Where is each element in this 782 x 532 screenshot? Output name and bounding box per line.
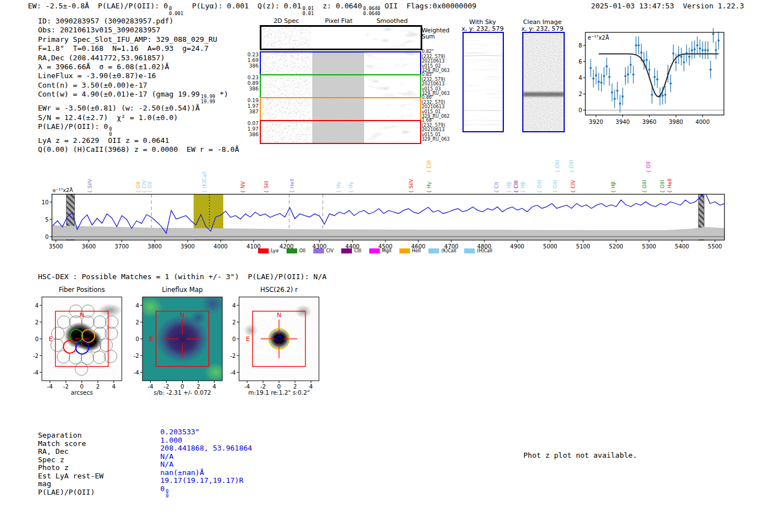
text: -4 <box>230 370 236 376</box>
info-line-2: Primary Spec_Slot_IFU_AMP: 329_088_029_R… <box>38 35 239 44</box>
circle <box>651 94 653 96</box>
legend-label: CIV <box>326 248 333 253</box>
stack-bottom: 0.0640 <box>363 11 380 16</box>
spec2d-row-right-labels: 0.85"(232, 579)20210613v015_03329_RU_063 <box>422 73 450 97</box>
noise-texture <box>464 33 503 131</box>
text-segment: *) <box>215 90 228 98</box>
circle <box>694 49 696 51</box>
match-value: 19.17(19.17,19.17)R <box>160 476 244 485</box>
text: 4 <box>579 75 582 81</box>
legend-item-CIII: CIII <box>341 248 361 253</box>
hsc_r-overlay-svg: -4-2024420-2-4NE <box>221 286 338 395</box>
legend-item-CIV: CIV <box>313 248 333 253</box>
match-row-p-lae--p-oii-: P(LAE)/P(OII)000 <box>38 488 295 496</box>
hsc-dex-header: HSC-DEX : Possible Matches = 1 (within +… <box>38 272 327 281</box>
circle <box>707 49 709 51</box>
text-segment: Obs: 20210613v015_3090283957 <box>38 26 160 34</box>
text-segment: 0 <box>160 485 165 493</box>
circle <box>605 65 608 68</box>
circle <box>105 327 118 340</box>
info-line-0: ID: 3090283957 (3090283957.pdf) <box>38 17 239 26</box>
text-segment: z: 0.0640 <box>314 2 362 10</box>
text: 3920 <box>589 119 603 124</box>
text: 4 <box>136 303 139 309</box>
text-segment: Cont(w) = 4.90(±0.01)e-17 (gmag 19.99 <box>38 90 200 98</box>
polygon <box>52 226 724 240</box>
match-value: 000 <box>160 485 169 493</box>
text-segment: RA,Dec (208.441772,53.961857) <box>38 54 165 62</box>
rect <box>142 297 222 381</box>
circle <box>632 74 635 76</box>
info-line-6: LineFlux = -3.90(±0.87)e-16 <box>38 71 239 80</box>
text-segment: ID: 3090283957 (3090283957.pdf) <box>38 17 174 25</box>
info-line-12: LyA z = 2.2629 OII z = 0.0641 <box>38 136 239 145</box>
spec2d-strip-smooth <box>366 98 417 120</box>
circle <box>590 67 592 69</box>
spec2d-strip-noisy <box>261 52 311 74</box>
noise-texture <box>312 121 364 143</box>
noise-texture <box>366 75 417 97</box>
left-label: 386 <box>247 86 259 92</box>
legend-swatch <box>341 248 352 253</box>
spec2d-strip-smooth <box>366 52 417 74</box>
spec2d-strip-noisy <box>261 121 311 143</box>
circle <box>64 341 77 353</box>
weighted-sum-label: WeightedSum <box>422 27 450 40</box>
circle <box>696 44 698 46</box>
circle <box>51 339 64 352</box>
text: 5300 <box>642 243 656 250</box>
left-label: 386 <box>247 132 259 137</box>
text: 2 <box>232 319 236 325</box>
circle <box>688 56 690 58</box>
match-value: N/A <box>160 452 173 461</box>
noise-texture <box>261 121 311 143</box>
line-legend: LyαOIICIVCIIIMgIIHeII(K)CaII(H)CaII <box>258 248 492 253</box>
text: 4000 <box>695 119 709 124</box>
legend-item-HeII: HeII <box>399 248 421 253</box>
info-line-5: λ = 3966.66Å σ = 6.08(±1.02)Å <box>38 63 239 71</box>
header-datetime-version: 2025-01-03 13:47:53 Version 1.22.3 <box>591 2 744 10</box>
legend-swatch <box>399 248 410 253</box>
clean-dark-band <box>523 92 564 97</box>
text: 0 <box>232 336 236 342</box>
legend-label: MgII <box>382 248 392 253</box>
info-line-8: Cont(w) = 4.90(±0.01)e-17 (gmag 19.9919.… <box>38 90 239 104</box>
text-segment: Primary Spec_Slot_IFU_AMP: 329_088_029_R… <box>38 35 217 44</box>
circle <box>624 75 627 77</box>
text: 5 <box>45 217 49 223</box>
text-segment: OII Flags:0x00000009 <box>380 2 476 10</box>
legend-label: Lyα <box>271 248 279 253</box>
full-spectrum-svg: 3500360037003800390040004100420043004400… <box>34 167 754 257</box>
legend-swatch <box>428 248 439 253</box>
spec2d-strip-smooth <box>366 75 417 97</box>
text-segment: P(LAE)/P(OII): 0 <box>38 122 108 131</box>
circle <box>683 61 685 64</box>
text: 3500 <box>49 243 63 250</box>
stacked-fraction: 0.06400.0640 <box>363 6 380 16</box>
text: E <box>246 336 250 343</box>
spec2d-panel: 2D SpecPixel FlatSmoothedWeightedSum0.23… <box>247 17 449 146</box>
circle <box>94 327 107 340</box>
match-value: 0.203533" <box>160 428 199 436</box>
text: 4000 <box>213 243 227 250</box>
panel-xlabel-fiber: arcsecs <box>34 389 130 396</box>
fiber-overlay-svg: -4-2024420-2-4NE <box>24 286 141 395</box>
stacked-fraction: 00 <box>109 127 112 136</box>
noise-texture <box>366 121 417 143</box>
match-label: Match score <box>38 439 160 448</box>
text: -4 <box>133 370 139 376</box>
spec2d-row <box>260 25 422 50</box>
stacked-fraction: 0.010.01 <box>302 6 313 16</box>
text: 4 <box>35 303 39 309</box>
spec2d-strip-noisy <box>261 98 311 120</box>
text: 3940 <box>616 119 630 124</box>
circle <box>619 103 621 105</box>
circle <box>598 81 600 83</box>
text: 4 <box>232 303 236 309</box>
spec2d-row-right-labels: 0.82"(232, 579)20210613v015_02329_RU_063 <box>422 50 450 74</box>
spec2d-row-left-labels: 0.231.69386 <box>247 52 259 69</box>
text: 3900 <box>180 243 194 250</box>
circle <box>82 329 95 342</box>
circle <box>691 49 693 51</box>
match-label: Est LyA rest-EW <box>38 472 160 480</box>
